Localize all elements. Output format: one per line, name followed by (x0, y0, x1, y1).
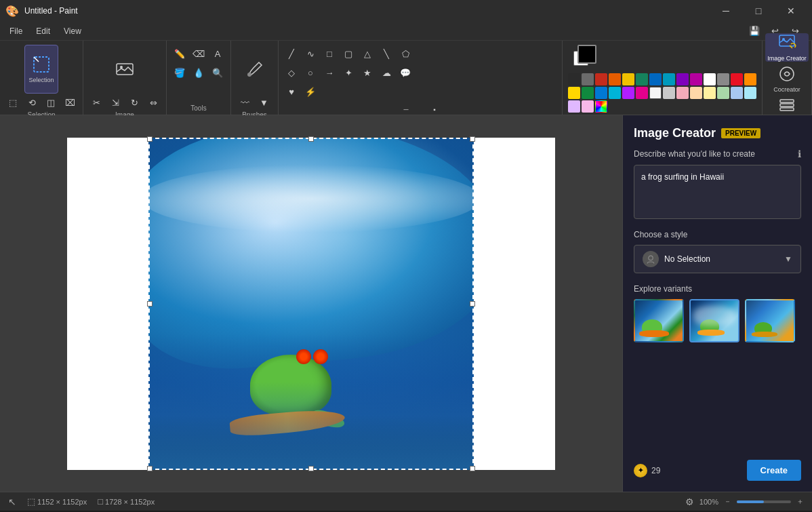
color-swatch[interactable] (568, 87, 580, 99)
color-swatch[interactable] (582, 100, 594, 113)
selection-size: ⬚ 1152 × 1152px (27, 496, 87, 507)
statusbar: ↖ ⬚ 1152 × 1152px □ 1728 × 1152px ⚙ 100%… (0, 492, 812, 511)
color-swatch[interactable] (704, 73, 716, 85)
maximize-button[interactable]: □ (743, 0, 774, 22)
info-icon[interactable]: ℹ (798, 149, 801, 159)
color-swatch[interactable] (568, 73, 580, 85)
crop-icon[interactable]: ✂ (87, 94, 105, 111)
magnify-icon[interactable]: 🔍 (209, 64, 226, 81)
style-dropdown[interactable]: No Selection ▼ (634, 245, 801, 273)
resize-icon[interactable]: ⇲ (106, 94, 124, 111)
color-swatch[interactable] (582, 73, 594, 85)
shapes-content: ╱ ∿ □ ▢ △ ╲ ⬠ ◇ ○ → ✦ ★ ☁ 💬 ♥ (283, 45, 558, 100)
tab-cocreator-label: Cocreator (773, 86, 800, 93)
menu-file[interactable]: File (3, 24, 29, 39)
rect-icon[interactable]: □ (321, 45, 338, 62)
color-swatch[interactable] (676, 87, 689, 99)
menu-view[interactable]: View (57, 24, 88, 39)
pencil-icon[interactable]: ✏️ (171, 45, 188, 62)
color-swatch[interactable] (663, 73, 675, 85)
prompt-textarea[interactable] (634, 165, 801, 219)
color-swatch[interactable] (649, 87, 662, 99)
zoom-in-icon[interactable]: ＋ (796, 496, 804, 507)
menu-edit[interactable]: Edit (29, 24, 57, 39)
image-button[interactable] (108, 45, 142, 94)
canvas-area[interactable] (0, 115, 622, 492)
color-swatch[interactable] (717, 87, 729, 99)
color-swatch[interactable] (595, 73, 607, 85)
color-swatch[interactable] (582, 87, 594, 99)
color-swatch[interactable] (731, 73, 743, 85)
tab-cocreator[interactable]: Cocreator (765, 64, 809, 93)
style-dropdown-inner: No Selection (643, 251, 710, 267)
variant-3[interactable] (745, 299, 795, 342)
color-swatch[interactable] (622, 87, 634, 99)
color-swatch[interactable] (609, 87, 621, 99)
create-button[interactable]: Create (747, 460, 801, 481)
color-swatch[interactable] (649, 73, 662, 85)
curve-icon[interactable]: ∿ (302, 45, 319, 62)
ribbon-section-brushes: 〰 ▼ Brushes (231, 41, 279, 115)
statusbar-left: ↖ ⬚ 1152 × 1152px □ 1728 × 1152px (8, 496, 155, 507)
zoom-out-icon[interactable]: － (724, 496, 731, 507)
color-swatch[interactable] (690, 87, 702, 99)
variant-1[interactable] (634, 299, 684, 342)
variants-grid (634, 299, 801, 342)
color-swatch[interactable] (622, 73, 634, 85)
triangle-icon[interactable]: △ (359, 45, 376, 62)
heart-icon[interactable]: ♥ (283, 83, 300, 100)
color-swatch[interactable] (704, 87, 716, 99)
rounded-rect-icon[interactable]: ▢ (340, 45, 357, 62)
color-swatch[interactable] (568, 100, 580, 113)
color-swatch[interactable] (690, 73, 702, 85)
brush-type-icon[interactable]: 〰 (237, 94, 254, 111)
color-swatch[interactable] (717, 73, 729, 85)
ellipse-icon[interactable]: ○ (302, 64, 319, 81)
brushes-button[interactable] (238, 45, 272, 94)
star4-icon[interactable]: ✦ (340, 64, 357, 81)
settings-icon[interactable]: ⚙ (685, 496, 694, 507)
rect-select-icon[interactable]: ⬚ (4, 94, 22, 111)
color-swatch[interactable] (636, 73, 648, 85)
fill-icon[interactable]: 🪣 (171, 64, 188, 81)
credits-count: 29 (651, 466, 660, 475)
close-button[interactable]: ✕ (775, 0, 807, 22)
arrow-icon[interactable]: → (321, 64, 338, 81)
transform-icon[interactable]: ⟲ (23, 94, 41, 111)
color-1-fg[interactable] (577, 45, 596, 64)
color-swatch[interactable] (663, 87, 675, 99)
variant-2[interactable] (689, 299, 739, 342)
callout-icon[interactable]: 💬 (397, 64, 414, 81)
tab-image-creator[interactable]: Image Creator (765, 33, 809, 62)
rotate-icon[interactable]: ↻ (125, 94, 143, 111)
eyedropper-icon[interactable]: 💧 (190, 64, 207, 81)
star5-icon[interactable]: ★ (359, 64, 376, 81)
app-icon: 🎨 (5, 5, 19, 18)
color-swatch[interactable] (609, 73, 621, 85)
text-icon[interactable]: A (209, 45, 226, 62)
eraser-icon[interactable]: ⌫ (190, 45, 207, 62)
brush-dropdown-icon[interactable]: ▼ (256, 94, 273, 111)
wave-foam (148, 165, 474, 233)
color-swatch[interactable] (744, 87, 756, 99)
select-all-icon[interactable]: ◫ (42, 94, 60, 111)
color-swatch[interactable] (636, 87, 648, 99)
pentagon-icon[interactable]: ⬠ (397, 45, 414, 62)
zoom-slider[interactable] (737, 500, 791, 503)
line2-icon[interactable]: ╲ (378, 45, 395, 62)
selection-button[interactable]: Selection (24, 45, 58, 94)
color-swatch[interactable] (676, 73, 689, 85)
minimize-button[interactable]: ─ (710, 0, 742, 22)
flip-icon[interactable]: ⇔ (144, 94, 162, 111)
image-tools (108, 45, 142, 94)
rainbow-swatch[interactable] (595, 100, 607, 113)
color-swatch[interactable] (731, 87, 743, 99)
lightning-icon[interactable]: ⚡ (302, 83, 319, 100)
free-select-icon[interactable]: ⌧ (61, 94, 79, 111)
diamond-icon[interactable]: ◇ (283, 64, 300, 81)
color-swatch[interactable] (595, 87, 607, 99)
line-icon[interactable]: ╱ (283, 45, 300, 62)
save-button[interactable]: 💾 (746, 22, 763, 40)
cloud-icon[interactable]: ☁ (378, 64, 395, 81)
color-swatch[interactable] (744, 73, 756, 85)
